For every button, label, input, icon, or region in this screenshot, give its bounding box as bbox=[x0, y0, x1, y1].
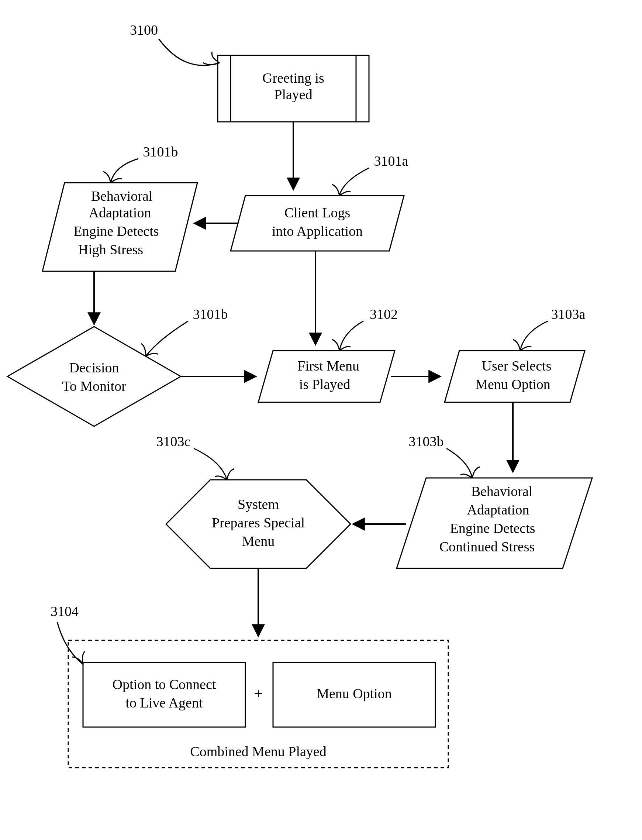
stress2-l4: Continued Stress bbox=[439, 539, 535, 555]
stress2-l1: Behavioral bbox=[471, 483, 533, 499]
callout-3103a bbox=[513, 321, 548, 350]
stress2-l2: Adaptation bbox=[467, 502, 530, 517]
label-3103c: 3103c bbox=[156, 434, 191, 449]
combined-left-l2: to Live Agent bbox=[126, 695, 203, 710]
stress1-l3: Engine Detects bbox=[73, 223, 159, 239]
label-3102: 3102 bbox=[370, 306, 398, 322]
node-login: Client Logs into Application bbox=[230, 196, 404, 251]
label-3103b: 3103b bbox=[409, 434, 444, 449]
login-line2: into Application bbox=[272, 223, 363, 239]
login-line1: Client Logs bbox=[284, 205, 350, 221]
decision-l2: To Monitor bbox=[62, 378, 126, 394]
label-3103a: 3103a bbox=[551, 306, 585, 322]
label-3101b-mid: 3101b bbox=[193, 306, 228, 322]
label-3101a: 3101a bbox=[374, 153, 409, 169]
stress2-l3: Engine Detects bbox=[450, 521, 535, 536]
label-3101b-top: 3101b bbox=[143, 144, 178, 159]
node-userselect: User Selects Menu Option bbox=[444, 350, 585, 402]
svg-marker-5 bbox=[7, 327, 181, 426]
combined-caption: Combined Menu Played bbox=[190, 744, 326, 759]
callout-3100 bbox=[159, 39, 219, 65]
greeting-line2: Played bbox=[274, 87, 312, 102]
node-combined: Option to Connect to Live Agent + Menu O… bbox=[68, 641, 448, 768]
node-firstmenu: First Menu is Played bbox=[258, 350, 395, 402]
stress1-l4: High Stress bbox=[78, 242, 143, 257]
decision-l1: Decision bbox=[69, 360, 119, 375]
callout-3103b bbox=[446, 448, 480, 478]
greeting-line1: Greeting is bbox=[262, 70, 324, 86]
node-stress2: Behavioral Adaptation Engine Detects Con… bbox=[397, 478, 592, 568]
prepare-l1: System bbox=[238, 496, 279, 512]
node-greeting: Greeting is Played bbox=[218, 55, 369, 122]
node-prepare: System Prepares Special Menu bbox=[166, 480, 350, 568]
flowchart: Greeting is Played 3100 Client Logs into… bbox=[0, 0, 642, 840]
firstmenu-l2: is Played bbox=[299, 376, 350, 392]
stress1-l1: Behavioral bbox=[91, 188, 153, 204]
userselect-l2: Menu Option bbox=[475, 376, 551, 392]
label-3100: 3100 bbox=[130, 22, 158, 38]
prepare-l2: Prepares Special bbox=[212, 515, 305, 530]
node-decision: Decision To Monitor bbox=[7, 327, 181, 426]
combined-right: Menu Option bbox=[316, 686, 392, 701]
callout-3101a bbox=[332, 168, 369, 196]
callout-3104 bbox=[57, 622, 85, 664]
callout-3101b-mid bbox=[141, 321, 188, 356]
combined-plus: + bbox=[254, 685, 263, 702]
userselect-l1: User Selects bbox=[482, 358, 551, 373]
prepare-l3: Menu bbox=[242, 533, 275, 549]
node-stress1: Behavioral Adaptation Engine Detects Hig… bbox=[42, 183, 198, 271]
label-3104: 3104 bbox=[50, 603, 79, 619]
callout-3103c bbox=[194, 448, 234, 480]
callout-3102 bbox=[332, 321, 363, 350]
firstmenu-l1: First Menu bbox=[297, 358, 359, 373]
combined-left-l1: Option to Connect bbox=[112, 676, 216, 692]
callout-3101b-top bbox=[103, 159, 138, 183]
stress1-l2: Adaptation bbox=[89, 205, 151, 221]
